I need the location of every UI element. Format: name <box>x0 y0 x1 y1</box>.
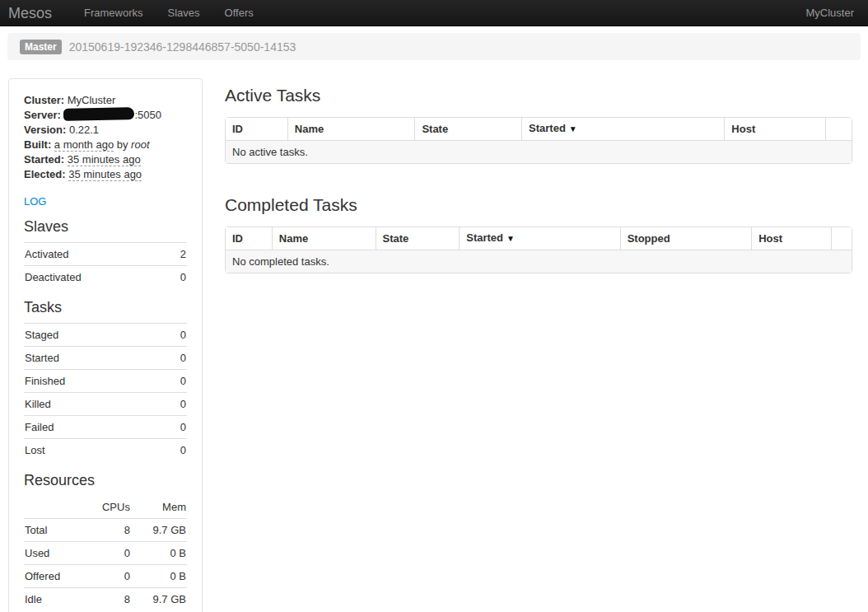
completed-col-header-stopped[interactable]: Stopped <box>620 227 752 250</box>
tasks-staged-value: 0 <box>162 324 187 347</box>
server-info-line: Server: :5050 <box>24 108 187 123</box>
started-label: Started: <box>24 153 64 166</box>
completed-col-header-state[interactable]: State <box>376 227 460 250</box>
slaves-table: Activated 2 Deactivated 0 <box>24 242 187 288</box>
master-id: 20150619-192346-1298446857-5050-14153 <box>69 40 296 54</box>
table-row: No active tasks. <box>226 140 852 163</box>
slaves-deactivated-label: Deactivated <box>24 266 168 289</box>
nav-item-slaves[interactable]: Slaves <box>156 0 212 26</box>
brand-mesos[interactable]: Mesos <box>8 0 52 26</box>
table-row: Lost 0 <box>24 439 187 462</box>
resources-section-title: Resources <box>24 470 187 492</box>
resources-used-cpus: 0 <box>83 542 131 565</box>
resources-used-label: Used <box>24 542 83 565</box>
resources-idle-label: Idle <box>24 588 83 611</box>
resources-header-mem: Mem <box>131 496 187 519</box>
cluster-label: Cluster: <box>24 94 64 106</box>
resources-offered-mem: 0 B <box>131 565 187 588</box>
resources-table: CPUs Mem Total 8 9.7 GB Used 0 0 B Offer… <box>24 496 187 610</box>
navbar: Mesos Frameworks Slaves Offers MyCluster <box>0 0 868 26</box>
completed-tasks-empty-message: No completed tasks. <box>226 250 852 273</box>
tasks-started-value: 0 <box>162 347 187 370</box>
resources-total-mem: 9.7 GB <box>131 519 187 542</box>
elected-value: 35 minutes ago <box>68 168 142 181</box>
main-content: Active Tasks ID Name State Started▼ Host… <box>225 78 852 273</box>
table-row: Finished 0 <box>24 370 187 393</box>
slaves-deactivated-value: 0 <box>168 266 187 289</box>
resources-idle-cpus: 8 <box>83 588 131 611</box>
resources-header-cpus: CPUs <box>83 496 131 519</box>
resources-offered-cpus: 0 <box>83 565 131 588</box>
table-row: Started 0 <box>24 347 187 370</box>
tasks-lost-value: 0 <box>162 439 187 462</box>
built-by-text: by <box>114 138 131 151</box>
tasks-killed-label: Killed <box>24 393 162 416</box>
completed-col-header-host[interactable]: Host <box>751 227 831 250</box>
sort-descending-icon: ▼ <box>506 234 515 243</box>
built-label: Built: <box>24 138 51 151</box>
table-row: Deactivated 0 <box>24 266 187 289</box>
resources-used-mem: 0 B <box>131 542 187 565</box>
table-row: Total 8 9.7 GB <box>24 519 187 542</box>
tasks-failed-value: 0 <box>162 416 187 439</box>
version-info-line: Version: 0.22.1 <box>24 123 187 138</box>
completed-col-header-started[interactable]: Started▼ <box>459 227 619 250</box>
slaves-section-title: Slaves <box>24 216 187 238</box>
built-time: a month ago <box>54 138 114 152</box>
active-col-header-name[interactable]: Name <box>287 118 415 140</box>
completed-col-header-name[interactable]: Name <box>272 227 376 250</box>
active-col-header-started-label: Started <box>529 122 566 134</box>
slaves-activated-value: 2 <box>168 243 187 266</box>
resources-idle-mem: 9.7 GB <box>131 588 187 611</box>
completed-col-header-empty <box>831 227 852 250</box>
active-tasks-table: ID Name State Started▼ Host No active ta… <box>225 117 852 164</box>
completed-col-header-id[interactable]: ID <box>226 227 272 250</box>
built-user: root <box>131 138 149 151</box>
active-col-header-empty <box>825 118 852 140</box>
table-row: Killed 0 <box>24 393 187 416</box>
version-label: Version: <box>24 124 66 136</box>
table-row: Offered 0 0 B <box>24 565 187 588</box>
tasks-section-title: Tasks <box>24 297 187 319</box>
active-tasks-title: Active Tasks <box>225 85 852 106</box>
nav-item-offers[interactable]: Offers <box>212 0 266 26</box>
cluster-value: MyCluster <box>68 94 116 106</box>
resources-header-spacer <box>24 496 83 519</box>
redaction-scribble <box>63 107 134 121</box>
elected-info-line: Elected: 35 minutes ago <box>24 167 187 182</box>
table-row: CPUs Mem <box>24 496 187 519</box>
resources-total-label: Total <box>24 519 83 542</box>
active-tasks-empty-message: No active tasks. <box>226 140 852 163</box>
completed-tasks-title: Completed Tasks <box>225 194 852 216</box>
slaves-activated-label: Activated <box>24 243 168 266</box>
log-link[interactable]: LOG <box>24 195 46 208</box>
table-row: Activated 2 <box>24 243 187 266</box>
tasks-table: Staged 0 Started 0 Finished 0 Killed 0 F… <box>24 323 187 461</box>
table-row: Used 0 0 B <box>24 542 187 565</box>
resources-total-cpus: 8 <box>83 519 131 542</box>
table-header-row: ID Name State Started▼ Host <box>226 118 852 140</box>
table-row: Staged 0 <box>24 324 187 347</box>
nav-item-frameworks[interactable]: Frameworks <box>72 0 156 26</box>
table-row: No completed tasks. <box>226 250 852 273</box>
tasks-killed-value: 0 <box>162 393 187 416</box>
tasks-staged-label: Staged <box>24 324 162 347</box>
breadcrumb: Master 20150619-192346-1298446857-5050-1… <box>7 33 861 60</box>
tasks-finished-label: Finished <box>24 370 162 393</box>
sidebar-panel: Cluster: MyCluster Server: :5050 Version… <box>8 78 203 612</box>
active-col-header-started[interactable]: Started▼ <box>521 118 724 140</box>
active-col-header-state[interactable]: State <box>414 118 521 140</box>
cluster-name-label: MyCluster <box>805 7 854 19</box>
tasks-started-label: Started <box>24 347 162 370</box>
table-row: Failed 0 <box>24 416 187 439</box>
active-col-header-id[interactable]: ID <box>226 118 287 140</box>
tasks-lost-label: Lost <box>24 439 162 462</box>
started-info-line: Started: 35 minutes ago <box>24 152 187 167</box>
server-label: Server: <box>24 109 61 121</box>
active-col-header-host[interactable]: Host <box>724 118 825 140</box>
tasks-failed-label: Failed <box>24 416 162 439</box>
elected-label: Elected: <box>24 168 66 180</box>
table-row: Idle 8 9.7 GB <box>24 588 187 611</box>
cluster-info-line: Cluster: MyCluster <box>24 93 187 108</box>
tasks-finished-value: 0 <box>162 370 187 393</box>
